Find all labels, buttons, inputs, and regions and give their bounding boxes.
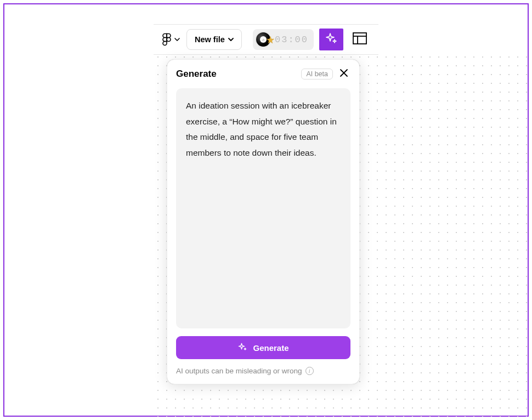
figma-logo-icon — [162, 33, 171, 46]
top-toolbar: New file ♫ 03:00 — [154, 24, 378, 55]
ai-sparkle-button[interactable] — [319, 29, 343, 50]
generate-button-label: Generate — [253, 343, 288, 353]
info-icon[interactable]: i — [305, 367, 314, 375]
svg-point-0 — [167, 38, 171, 42]
new-file-label: New file — [195, 35, 225, 44]
panel-header: Generate AI beta — [176, 67, 350, 81]
music-disc-icon: ♫ — [255, 31, 271, 48]
close-icon — [339, 69, 348, 80]
timer-widget[interactable]: ♫ 03:00 — [253, 29, 314, 50]
sparkle-icon — [325, 32, 338, 47]
layout-icon — [353, 32, 367, 47]
disclaimer-text: AI outputs can be misleading or wrong — [176, 367, 302, 375]
panel-title: Generate — [176, 69, 297, 80]
layout-view-button[interactable] — [349, 29, 371, 50]
prompt-textarea[interactable]: An ideation session with an icebreaker e… — [176, 88, 350, 328]
chevron-down-icon — [228, 37, 234, 42]
generate-button[interactable]: Generate — [176, 336, 350, 359]
close-button[interactable] — [337, 67, 350, 81]
sparkle-icon — [237, 342, 247, 354]
new-file-button[interactable]: New file — [186, 29, 242, 50]
prompt-text: An ideation session with an icebreaker e… — [186, 101, 337, 157]
ai-beta-badge: AI beta — [301, 69, 333, 80]
ai-disclaimer: AI outputs can be misleading or wrong i — [176, 367, 350, 375]
svg-rect-1 — [353, 33, 366, 44]
chevron-down-icon — [174, 37, 180, 42]
timer-value: 03:00 — [275, 35, 308, 45]
generate-panel: Generate AI beta An ideation session wit… — [167, 59, 360, 384]
app-menu-button[interactable] — [161, 31, 181, 48]
